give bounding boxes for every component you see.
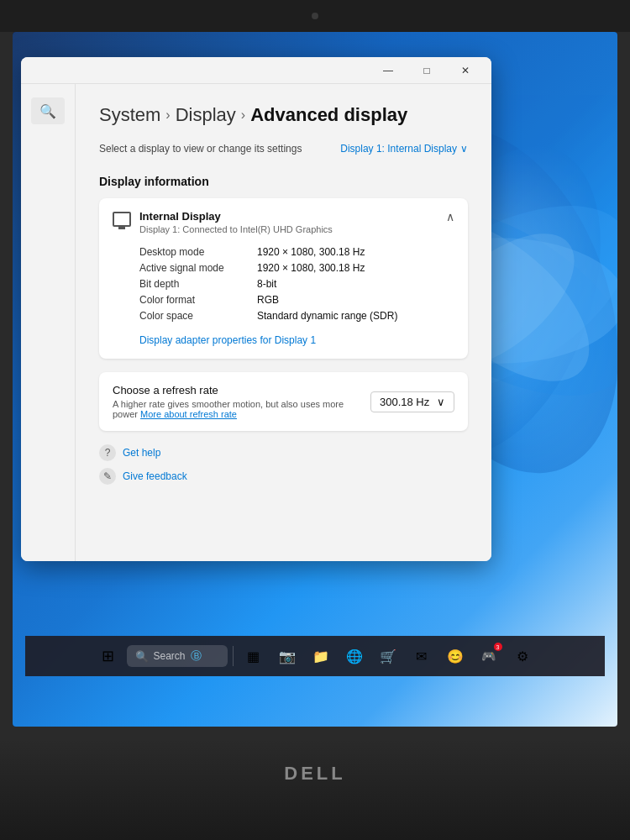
display-info-table: Desktop mode 1920 × 1080, 300.18 Hz Acti… <box>139 246 454 322</box>
get-help-link[interactable]: ? Get help <box>99 444 468 461</box>
title-bar-controls: — □ ✕ <box>369 57 485 84</box>
sidebar: 🔍 <box>21 84 76 561</box>
adapter-properties-link[interactable]: Display adapter properties for Display 1 <box>139 334 316 346</box>
more-about-refresh-link[interactable]: More about refresh rate <box>140 409 237 419</box>
taskbar-search[interactable]: 🔍 Search Ⓑ <box>127 645 228 667</box>
taskbar-divider-1 <box>233 646 234 666</box>
info-label-desktop-mode: Desktop mode <box>139 246 257 258</box>
info-label-color-space: Color space <box>139 310 257 322</box>
task-view-button[interactable]: ▦ <box>239 641 269 671</box>
taskbar-app-camera[interactable]: 📷 <box>272 641 302 671</box>
taskbar-app-store[interactable]: 🛒 <box>373 641 403 671</box>
refresh-rate-description: A higher rate gives smoother motion, but… <box>113 399 348 419</box>
info-value-signal-mode: 1920 × 1080, 300.18 Hz <box>257 262 365 274</box>
get-help-label: Get help <box>123 447 160 459</box>
info-value-color-space: Standard dynamic range (SDR) <box>257 310 397 322</box>
webcam-dot <box>312 13 318 19</box>
refresh-card-row: Choose a refresh rate A higher rate give… <box>113 384 454 419</box>
display-selector-row: Select a display to view or change its s… <box>99 143 468 155</box>
sidebar-search-button[interactable]: 🔍 <box>31 97 65 124</box>
taskbar-app-browser[interactable]: 🌐 <box>339 641 370 671</box>
info-value-desktop-mode: 1920 × 1080, 300.18 Hz <box>257 246 365 258</box>
refresh-rate-dropdown[interactable]: 300.18 Hz ∨ <box>370 391 454 412</box>
taskbar-app-settings2[interactable]: ⚙ <box>507 641 538 671</box>
refresh-chevron-down-icon: ∨ <box>437 396 445 408</box>
search-icon: 🔍 <box>39 103 56 119</box>
chevron-down-icon: ∨ <box>460 143 468 155</box>
close-button[interactable]: ✕ <box>446 57 485 84</box>
help-links: ? Get help ✎ Give feedback <box>99 444 468 485</box>
info-value-color-format: RGB <box>257 294 279 306</box>
refresh-rate-value: 300.18 Hz <box>380 396 429 408</box>
info-value-bit-depth: 8-bit <box>257 278 276 290</box>
breadcrumb-system[interactable]: System <box>99 104 160 126</box>
breadcrumb-sep-1: › <box>165 108 170 123</box>
display-card-left: Internal Display Display 1: Connected to… <box>113 210 333 234</box>
taskbar-app-mail[interactable]: ✉ <box>407 641 437 671</box>
display-name: Internal Display <box>139 210 333 223</box>
give-feedback-link[interactable]: ✎ Give feedback <box>99 468 468 485</box>
refresh-card-left: Choose a refresh rate A higher rate give… <box>113 384 348 419</box>
info-label-bit-depth: Bit depth <box>139 278 257 290</box>
window-body: 🔍 System › Display › Advanced display <box>21 84 491 561</box>
give-feedback-label: Give feedback <box>123 470 187 482</box>
section-title-display-info: Display information <box>99 175 468 188</box>
minimize-button[interactable]: — <box>369 57 407 84</box>
laptop-bottom-bezel: DELL <box>0 739 630 840</box>
screen-content: — □ ✕ 🔍 <box>13 32 617 727</box>
start-button[interactable]: ⊞ <box>93 641 123 671</box>
display-selector-current: Display 1: Internal Display <box>340 143 457 155</box>
refresh-rate-card: Choose a refresh rate A higher rate give… <box>99 372 468 431</box>
info-row-desktop-mode: Desktop mode 1920 × 1080, 300.18 Hz <box>139 246 454 258</box>
breadcrumb-current: Advanced display <box>250 104 407 126</box>
give-feedback-icon: ✎ <box>99 468 116 485</box>
maximize-button[interactable]: □ <box>407 57 446 84</box>
title-bar: — □ ✕ <box>21 57 491 84</box>
display-subtitle: Display 1: Connected to Intel(R) UHD Gra… <box>139 224 333 234</box>
laptop-frame: — □ ✕ 🔍 <box>0 0 630 739</box>
display-selector-dropdown[interactable]: Display 1: Internal Display ∨ <box>340 143 468 155</box>
taskbar-search-text: Search <box>154 650 186 662</box>
settings-window: — □ ✕ 🔍 <box>21 57 491 561</box>
display-card-text: Internal Display Display 1: Connected to… <box>139 210 333 234</box>
chevron-up-icon[interactable]: ∧ <box>446 210 454 223</box>
display-selector-prompt: Select a display to view or change its s… <box>99 143 302 155</box>
taskbar-search-icon: 🔍 <box>135 650 149 663</box>
info-row-color-format: Color format RGB <box>139 294 454 306</box>
taskbar-app-game[interactable]: 🎮 3 <box>474 641 504 671</box>
main-content: System › Display › Advanced display Sele… <box>76 84 491 561</box>
info-row-signal-mode: Active signal mode 1920 × 1080, 300.18 H… <box>139 262 454 274</box>
screen-bezel: — □ ✕ 🔍 <box>13 32 617 727</box>
breadcrumb: System › Display › Advanced display <box>99 104 468 126</box>
info-row-color-space: Color space Standard dynamic range (SDR) <box>139 310 454 322</box>
webcam-bar <box>0 0 630 32</box>
monitor-icon <box>113 212 131 227</box>
taskbar-app-files[interactable]: 📁 <box>306 641 336 671</box>
refresh-rate-title: Choose a refresh rate <box>113 384 348 396</box>
display-card-header: Internal Display Display 1: Connected to… <box>113 210 454 234</box>
notification-badge: 3 <box>494 643 502 651</box>
taskbar-app-teams[interactable]: 😊 <box>440 641 470 671</box>
get-help-icon: ? <box>99 444 116 461</box>
dell-logo: DELL <box>284 763 345 785</box>
display-info-card: Internal Display Display 1: Connected to… <box>99 198 468 359</box>
breadcrumb-sep-2: › <box>241 108 245 123</box>
info-label-color-format: Color format <box>139 294 257 306</box>
taskbar: ⊞ 🔍 Search Ⓑ ▦ 📷 📁 🌐 🛒 ✉ 😊 🎮 3 ⚙ <box>25 636 605 676</box>
info-row-bit-depth: Bit depth 8-bit <box>139 278 454 290</box>
breadcrumb-display[interactable]: Display <box>176 104 236 126</box>
info-label-signal-mode: Active signal mode <box>139 262 257 274</box>
bing-icon: Ⓑ <box>191 648 202 664</box>
